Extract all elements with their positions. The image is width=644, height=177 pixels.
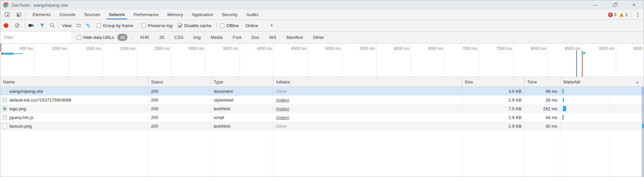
checkbox-icon: [220, 23, 224, 28]
tab-security[interactable]: Security: [217, 10, 242, 19]
request-row-jquery.min.js[interactable]: jquery.min.js200script(index)2.9 KB44 ms: [0, 113, 644, 122]
column-header-type[interactable]: Type: [211, 77, 273, 86]
column-header-initiator[interactable]: Initiator: [273, 77, 462, 86]
type-filter-all[interactable]: All: [117, 34, 127, 41]
waterfall-bar[interactable]: [563, 98, 564, 102]
name-cell[interactable]: logo.png: [0, 104, 148, 113]
column-header-waterfall[interactable]: Waterfall ▲: [560, 77, 644, 86]
close-button[interactable]: ×: [624, 0, 644, 10]
timeline-overview[interactable]: 500 ms1000 ms1500 ms2000 ms2500 ms3000 m…: [0, 44, 644, 77]
column-header-name[interactable]: Name: [0, 77, 148, 86]
warning-badge[interactable]: 1: [619, 12, 628, 17]
device-toolbar-button[interactable]: [14, 11, 23, 19]
timeline-tick-label: 6000 ms: [377, 44, 411, 51]
capture-screenshots-button[interactable]: [28, 23, 34, 28]
filter-toggle-button[interactable]: [40, 23, 45, 28]
preserve-log-checkbox[interactable]: Preserve log: [142, 23, 172, 28]
status-cell-value: 200: [151, 98, 158, 103]
initiator-cell-value[interactable]: (index): [276, 115, 289, 120]
size-cell-value: 2.9 KB: [508, 98, 522, 103]
type-filter-manifest[interactable]: Manifest: [284, 34, 306, 41]
search-button[interactable]: [50, 23, 55, 28]
record-button[interactable]: [4, 23, 8, 28]
waterfall-bar[interactable]: [642, 124, 644, 128]
waterfall-bar[interactable]: [562, 89, 564, 94]
status-cell-value: 200: [151, 124, 158, 129]
divider: [138, 22, 138, 28]
filter-input[interactable]: [0, 32, 71, 43]
waterfall-bar[interactable]: [562, 115, 564, 120]
hide-data-urls-checkbox[interactable]: Hide data URLs: [77, 35, 114, 40]
throttling-select[interactable]: Online: [246, 23, 258, 28]
type-filter-list: AllXHRJSCSSImgMediaFontDocWSManifestOthe…: [117, 34, 327, 41]
load-event-line: [643, 87, 643, 177]
type-filter-ws[interactable]: WS: [267, 34, 279, 41]
type-filter-font[interactable]: Font: [230, 34, 244, 41]
timeline-tick-label: 9500 ms: [616, 44, 644, 51]
time-cell-value: 49 ms: [546, 89, 557, 94]
list-view-icon: [76, 23, 82, 28]
type-filter-img[interactable]: Img: [191, 34, 204, 41]
size-cell-value: 3.0 KB: [508, 89, 522, 94]
tab-application[interactable]: Application: [187, 10, 218, 19]
request-row-default-init.css[interactable]: default-init.css?1537175903068200stylesh…: [0, 96, 644, 104]
offline-label: Offline: [226, 23, 239, 28]
type-filter-js[interactable]: JS: [157, 34, 167, 41]
overview-left-grip[interactable]: [0, 44, 1, 52]
group-by-frame-checkbox[interactable]: Group by frame: [97, 23, 133, 28]
type-filter-media[interactable]: Media: [208, 34, 225, 41]
initiator-cell-value[interactable]: (index): [276, 98, 289, 103]
tab-elements[interactable]: Elements: [28, 10, 55, 19]
type-filter-xhr[interactable]: XHR: [137, 34, 152, 41]
column-header-time[interactable]: Time: [525, 77, 560, 86]
initiator-cell: (index): [273, 96, 462, 104]
type-filter-other[interactable]: Other: [310, 34, 327, 41]
preserve-log-label: Preserve log: [148, 23, 172, 28]
request-row-wangzhipeng.site[interactable]: wangzhipeng.site200documentOther3.0 KB49…: [0, 87, 644, 96]
type-cell: stylesheet: [211, 96, 273, 104]
image-file-icon: [2, 106, 7, 111]
name-cell[interactable]: default-init.css?1537175903068: [0, 96, 148, 104]
timeline-tick-label: 5000 ms: [308, 44, 342, 51]
waterfall-cell: [560, 113, 644, 122]
waterfall-bar[interactable]: [563, 106, 566, 111]
timeline-tick-label: 7000 ms: [445, 44, 479, 51]
name-cell[interactable]: favicon.png: [0, 122, 148, 130]
timeline-tick-label: 3500 ms: [206, 44, 239, 51]
clear-button[interactable]: [14, 23, 20, 28]
time-cell: 26 ms: [525, 96, 560, 104]
minimize-button[interactable]: [585, 0, 605, 10]
name-cell[interactable]: jquery.min.js: [0, 113, 148, 122]
waterfall-header-label: Waterfall: [563, 79, 580, 84]
tab-network[interactable]: Network: [105, 10, 129, 19]
inspect-element-button[interactable]: [3, 11, 12, 19]
timeline-segment: 1000 ms: [35, 44, 69, 77]
devtools-menu-button[interactable]: [635, 11, 641, 18]
column-header-status[interactable]: Status: [148, 77, 211, 86]
type-filter-doc[interactable]: Doc: [249, 34, 262, 41]
size-cell-value: 2.9 KB: [508, 115, 522, 120]
type-filter-css[interactable]: CSS: [172, 34, 186, 41]
tab-performance[interactable]: Performance: [129, 10, 163, 19]
tab-console[interactable]: Console: [55, 10, 80, 19]
name-cell[interactable]: wangzhipeng.site: [0, 87, 148, 96]
overview-view-button[interactable]: [86, 23, 91, 28]
column-header-size[interactable]: Size: [462, 77, 525, 86]
list-view-button[interactable]: [76, 23, 82, 28]
tab-sources[interactable]: Sources: [80, 10, 105, 19]
initiator-cell-value[interactable]: (index): [276, 106, 289, 111]
request-row-favicon.png[interactable]: favicon.png200text/htmlOther2.9 KB30 ms: [0, 122, 644, 130]
type-cell-value: document: [214, 89, 233, 94]
timeline-segment: 4500 ms: [274, 44, 308, 77]
offline-checkbox[interactable]: Offline: [220, 23, 239, 28]
request-row-logo.png[interactable]: logo.png200text/html(index)7.5 KB262 ms: [0, 104, 644, 113]
timeline-tick-label: 4500 ms: [274, 44, 308, 51]
tab-audits[interactable]: Audits: [242, 10, 263, 19]
chevron-down-icon[interactable]: ▼: [270, 24, 273, 27]
type-cell: text/html: [211, 104, 273, 113]
tab-memory[interactable]: Memory: [163, 10, 187, 19]
disable-cache-checkbox[interactable]: Disable cache: [178, 23, 212, 28]
maximize-button[interactable]: [605, 0, 624, 10]
checkbox-checked-icon: [178, 23, 182, 28]
error-badge[interactable]: × 3: [608, 12, 616, 17]
